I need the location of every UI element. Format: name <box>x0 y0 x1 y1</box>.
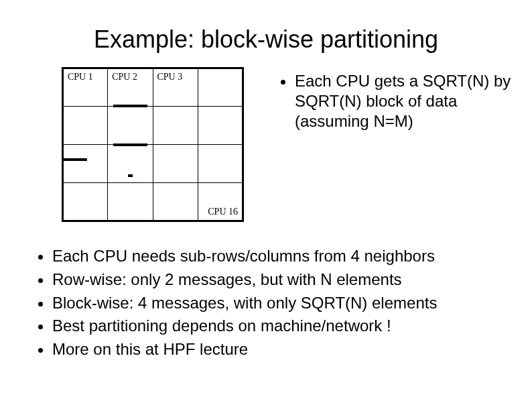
cell-cpu1: CPU 1 <box>63 68 108 107</box>
grid-cell <box>153 145 198 183</box>
cell-cpu3: CPU 3 <box>153 68 198 107</box>
grid-cell <box>198 145 243 183</box>
partition-grid-wrap: CPU 1 CPU 2 CPU 3 CPU 16 <box>62 67 255 222</box>
grid-cell <box>63 107 108 145</box>
grid-cell <box>108 107 153 145</box>
grid-cell <box>63 145 108 183</box>
bullet-item: Block-wise: 4 messages, with only SQRT(N… <box>52 292 512 315</box>
grid-cell <box>153 183 198 221</box>
grid-cell <box>153 107 198 145</box>
grid-cell <box>63 183 108 221</box>
partition-grid: CPU 1 CPU 2 CPU 3 CPU 16 <box>62 67 244 222</box>
grid-cell <box>108 183 153 221</box>
lower-bullets: Each CPU needs sub-rows/columns from 4 n… <box>0 222 532 361</box>
slide-title: Example: block-wise partitioning <box>0 0 532 67</box>
bullet-item: More on this at HPF lecture <box>52 338 512 361</box>
bar-icon <box>113 144 147 146</box>
bullet-item: Row-wise: only 2 messages, but with N el… <box>52 268 512 292</box>
cell-cpu2: CPU 2 <box>108 68 153 107</box>
upper-section: CPU 1 CPU 2 CPU 3 CPU 16 <box>0 67 532 222</box>
cpu2-label: CPU 2 <box>112 72 137 82</box>
bullet-item: Best partitioning depends on machine/net… <box>52 315 512 338</box>
cell-cpu16: CPU 16 <box>198 183 243 221</box>
bar-icon <box>128 174 132 177</box>
bar-icon <box>62 158 87 161</box>
right-bullet-block: Each CPU gets a SQRT(N) by SQRT(N) block… <box>279 71 512 131</box>
right-bullet-item: Each CPU gets a SQRT(N) by SQRT(N) block… <box>295 71 512 131</box>
grid-cell <box>198 107 243 145</box>
bullet-item: Each CPU needs sub-rows/columns from 4 n… <box>52 245 512 268</box>
grid-cell <box>198 68 243 107</box>
grid-cell <box>108 145 153 183</box>
